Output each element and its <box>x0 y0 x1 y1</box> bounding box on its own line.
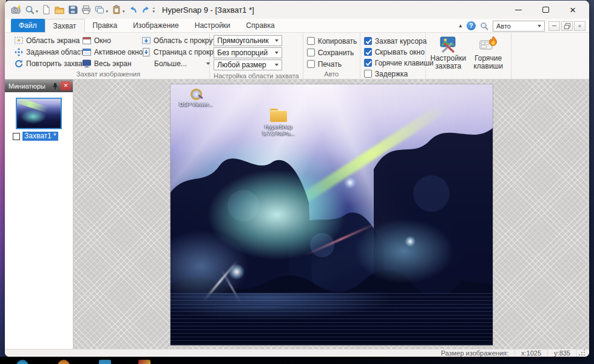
close-button[interactable]: × <box>567 4 578 15</box>
checkbox-copy[interactable]: Копировать <box>307 36 357 46</box>
tab-edit[interactable]: Правка <box>85 19 126 32</box>
save-icon[interactable] <box>67 4 79 16</box>
group-options: Захват курсора Скрывать окно Горячие кла… <box>360 33 426 79</box>
water-reflection <box>170 293 493 345</box>
group-auto: Копировать Сохранить Печать Авто <box>303 33 360 79</box>
open-folder-icon[interactable] <box>53 4 66 16</box>
taskbar-app-icon[interactable] <box>58 360 70 364</box>
size-combobox[interactable]: Любой размер <box>214 59 282 70</box>
zoom-level-combobox[interactable]: Авто <box>493 21 545 32</box>
tab-image[interactable]: Изображение <box>125 19 187 32</box>
status-bar: Размер изображения: x:1025 y:835 <box>5 349 589 357</box>
mdi-close-button[interactable]: × <box>574 21 586 31</box>
tabrow-right-controls: ▲ ? Авто × <box>458 19 586 33</box>
new-document-icon[interactable] <box>40 4 53 16</box>
capture-settings-button[interactable]: Настройки захвата <box>430 35 467 70</box>
checkbox-hide-window[interactable]: Скрывать окно <box>364 47 434 57</box>
hotkeys-flame-icon <box>479 35 498 53</box>
taskbar-app-icon[interactable] <box>138 360 150 364</box>
maximize-icon <box>542 7 549 13</box>
capture-screen-region-button[interactable]: Область экрана <box>11 35 79 46</box>
magnifier-icon[interactable] <box>479 21 489 31</box>
maximize-button[interactable] <box>540 4 551 15</box>
group-label-capture: Захват изображения <box>11 70 206 79</box>
capture-scroll-page-button[interactable]: Страница с прокруткой <box>138 46 214 58</box>
taskbar-app-icon[interactable] <box>99 360 111 364</box>
window-icon <box>82 36 92 46</box>
undo-icon[interactable] <box>127 4 140 16</box>
zoom-tool-icon[interactable] <box>23 4 36 16</box>
proportions-combobox[interactable]: Без пропорций <box>214 47 282 58</box>
tab-help[interactable]: Справка <box>238 19 283 32</box>
mdi-minimize-button[interactable] <box>548 21 560 31</box>
title-bar: ▾ ▾ ▾ ▾ <box>5 1 589 19</box>
checkbox-print[interactable]: Печать <box>307 59 357 69</box>
main-content: Миниатюры ✕ Захват1 * <box>5 79 589 349</box>
close-icon: × <box>570 5 576 15</box>
capture-repeat-button[interactable]: Повторить захват <box>11 58 79 69</box>
capture-active-window-button[interactable]: Активное окно <box>79 46 138 58</box>
pin-icon[interactable] <box>52 83 58 90</box>
resize-grip[interactable] <box>576 349 589 357</box>
panel-title: Миниатюры <box>8 83 52 90</box>
capture-full-screen-button[interactable]: Весь экран <box>79 58 138 69</box>
capture-scroll-region-button[interactable]: Область с прокруткой <box>138 35 214 46</box>
chevron-down-icon <box>275 52 278 54</box>
scroll-page-icon <box>141 47 151 57</box>
folder-icon <box>269 109 288 123</box>
minimize-button[interactable] <box>513 4 524 15</box>
tab-file[interactable]: Файл <box>11 19 45 32</box>
thumbnail-item[interactable]: Захват1 * <box>5 132 73 141</box>
mdi-window-controls: × <box>548 21 586 31</box>
image-width-value: x:1025 <box>515 349 547 357</box>
thumbnails-panel: Миниатюры ✕ Захват1 * <box>5 79 73 349</box>
windows-taskbar[interactable] <box>0 357 594 364</box>
collapse-ribbon-icon[interactable]: ▲ <box>458 23 463 29</box>
copy-to-dropdown-arrow[interactable]: ▾ <box>106 9 109 14</box>
checkbox-icon <box>364 48 372 56</box>
editor-canvas[interactable]: DSP Viewer... HyperSnap 9.7.2 RePa... <box>73 79 589 349</box>
thumbnail-label[interactable]: Захват1 * <box>22 132 58 141</box>
sparkle <box>405 236 416 247</box>
repeat-arrows-icon <box>14 59 24 69</box>
hotkeys-button[interactable]: Горячие клавиши <box>470 35 507 70</box>
capture-window-button[interactable]: Окно <box>79 35 138 46</box>
shape-combobox[interactable]: Прямоугольник <box>214 35 282 46</box>
mdi-restore-button[interactable] <box>561 21 573 31</box>
checkbox-icon <box>364 59 372 67</box>
checkbox-save[interactable]: Сохранить <box>307 47 357 58</box>
capture-thumbnail[interactable] <box>16 98 62 129</box>
group-label-big-buttons <box>430 70 507 79</box>
mdi-restore-icon <box>564 23 570 29</box>
capture-more-button[interactable]: Больше... <box>138 58 214 69</box>
capture-settings-icon <box>439 35 458 53</box>
qat-customize-icon[interactable]: ▾ <box>153 8 155 14</box>
taskbar-app-icon[interactable] <box>16 360 29 364</box>
window-title: HyperSnap 9 - [Захват1 *] <box>162 5 254 15</box>
zoom-dropdown-arrow[interactable]: ▾ <box>36 9 38 14</box>
mdi-minimize-icon <box>552 25 556 26</box>
help-icon[interactable]: ? <box>467 21 476 30</box>
panel-close-button[interactable]: ✕ <box>61 81 71 90</box>
app-camera-icon[interactable] <box>10 4 22 16</box>
captured-image[interactable]: DSP Viewer... HyperSnap 9.7.2 RePa... <box>170 84 493 345</box>
captured-desktop-icon-dsp-viewer: DSP Viewer... <box>172 88 220 108</box>
redo-icon[interactable] <box>140 4 153 16</box>
chevron-down-icon <box>206 62 210 65</box>
checkbox-hotkeys[interactable]: Горячие клавиши <box>364 58 434 68</box>
tab-settings[interactable]: Настройки <box>187 19 238 32</box>
capture-fixed-region-button[interactable]: Заданная область <box>11 46 79 58</box>
tab-capture[interactable]: Захват <box>45 19 85 33</box>
paste-clipboard-icon[interactable] <box>110 4 123 16</box>
ribbon-empty-space <box>511 33 589 79</box>
group-big-buttons: Настройки захвата Горячие клавиши <box>426 33 511 79</box>
checkbox-capture-cursor[interactable]: Захват курсора <box>364 36 434 46</box>
chevron-down-icon <box>538 25 541 27</box>
print-icon[interactable] <box>80 4 93 16</box>
group-region-settings: Прямоугольник Без пропорций Любой размер… <box>210 33 303 79</box>
thumbnail-checkbox[interactable] <box>13 133 20 140</box>
checkbox-icon <box>307 37 315 45</box>
checkbox-delay[interactable]: Задержка <box>364 69 434 79</box>
paste-dropdown-arrow[interactable]: ▾ <box>123 9 125 14</box>
copy-to-icon[interactable] <box>93 4 106 16</box>
